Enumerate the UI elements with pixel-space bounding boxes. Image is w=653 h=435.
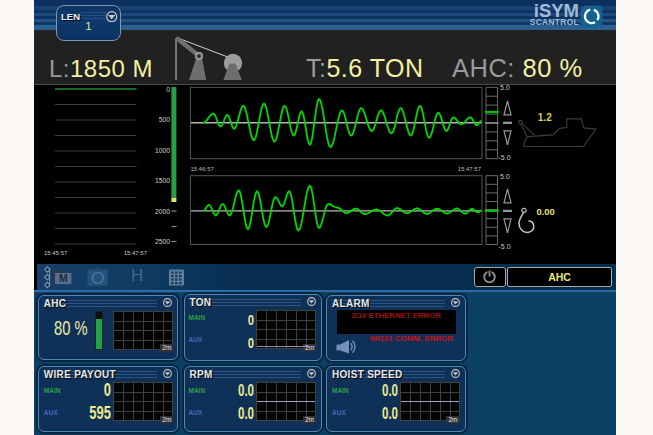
svg-text:2500: 2500 [155,238,170,245]
svg-text:5.0: 5.0 [500,84,510,91]
svg-text:15:46:57: 15:46:57 [191,166,215,172]
svg-text:-5.0: -5.0 [499,154,511,161]
svg-text:15:45:57: 15:45:57 [44,250,68,256]
svg-text:-5.0: -5.0 [499,243,511,250]
svg-text:5.0: 5.0 [500,173,510,180]
svg-text:500: 500 [159,116,171,123]
svg-text:15:47:57: 15:47:57 [124,250,148,256]
svg-text:2000: 2000 [155,208,170,215]
svg-text:15:47:57: 15:47:57 [458,166,482,172]
svg-text:1.2: 1.2 [538,112,552,123]
svg-text:0.00: 0.00 [537,206,555,217]
svg-text:0: 0 [166,86,170,93]
svg-text:1000: 1000 [155,147,170,154]
svg-text:1500: 1500 [155,177,170,184]
svg-text:M: M [58,272,67,284]
